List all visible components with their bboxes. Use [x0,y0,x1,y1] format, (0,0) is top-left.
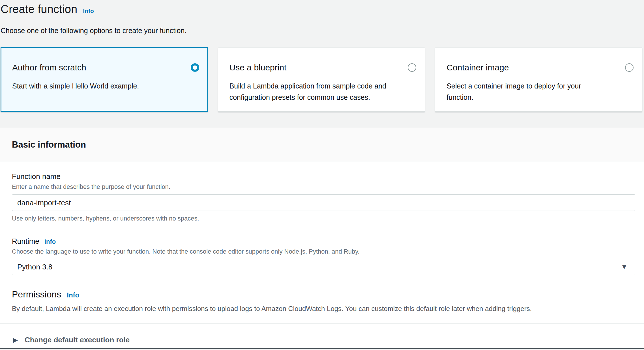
change-default-execution-role-expander[interactable]: ▶ Change default execution role [12,324,635,344]
option-title: Author from scratch [12,63,86,72]
page-subtitle: Choose one of the following options to c… [1,27,644,35]
basic-information-header: Basic information [0,128,644,161]
runtime-description: Choose the language to use to write your… [12,248,635,255]
card-top: Container image [446,63,634,72]
card-top: Author from scratch [12,63,199,72]
basic-information-body: Function name Enter a name that describe… [0,161,644,344]
create-function-page: Create function Info Choose one of the f… [0,0,644,350]
creation-options: Author from scratch Start with a simple … [1,47,642,112]
option-title: Use a blueprint [229,63,287,72]
radio-selected-icon[interactable] [191,63,199,72]
runtime-field: Runtime Info Choose the language to use … [12,237,635,275]
runtime-selected-value: Python 3.8 [17,263,52,271]
permissions-heading-row: Permissions Info [12,289,635,300]
runtime-label-row: Runtime Info [12,237,635,246]
function-name-input[interactable] [12,195,635,211]
permissions-section: Permissions Info By default, Lambda will… [12,289,635,313]
option-card-author-from-scratch[interactable]: Author from scratch Start with a simple … [1,47,208,112]
basic-information-panel: Basic information Function name Enter a … [0,128,644,349]
radio-unselected-icon[interactable] [625,63,634,72]
permissions-info-link[interactable]: Info [67,291,79,299]
runtime-select[interactable]: Python 3.8 ▼ [12,259,635,275]
option-description: Select a container image to deploy for y… [446,80,634,103]
card-top: Use a blueprint [229,63,417,72]
function-name-constraint: Use only letters, numbers, hyphens, or u… [12,215,635,222]
function-name-description: Enter a name that describes the purpose … [12,183,635,191]
title-info-link[interactable]: Info [83,8,94,14]
radio-unselected-icon[interactable] [408,63,416,72]
expander-arrow-icon: ▶ [13,337,18,343]
option-card-use-a-blueprint[interactable]: Use a blueprint Build a Lambda applicati… [218,47,425,112]
option-card-container-image[interactable]: Container image Select a container image… [435,47,642,112]
option-description: Start with a simple Hello World example. [12,80,199,92]
function-name-label: Function name [12,172,635,181]
page-title: Create function [1,2,77,16]
option-title: Container image [446,63,509,72]
runtime-info-link[interactable]: Info [44,238,56,245]
permissions-description: By default, Lambda will create an execut… [12,305,635,313]
function-name-field: Function name Enter a name that describe… [12,172,635,222]
permissions-heading: Permissions [12,289,61,300]
basic-information-heading: Basic information [12,140,86,150]
chevron-down-icon: ▼ [621,263,628,270]
option-description: Build a Lambda application from sample c… [229,80,417,103]
page-header: Create function Info Choose one of the f… [0,0,644,35]
title-row: Create function Info [1,2,644,16]
change-default-execution-role-label: Change default execution role [25,336,130,344]
runtime-label: Runtime [12,237,39,246]
